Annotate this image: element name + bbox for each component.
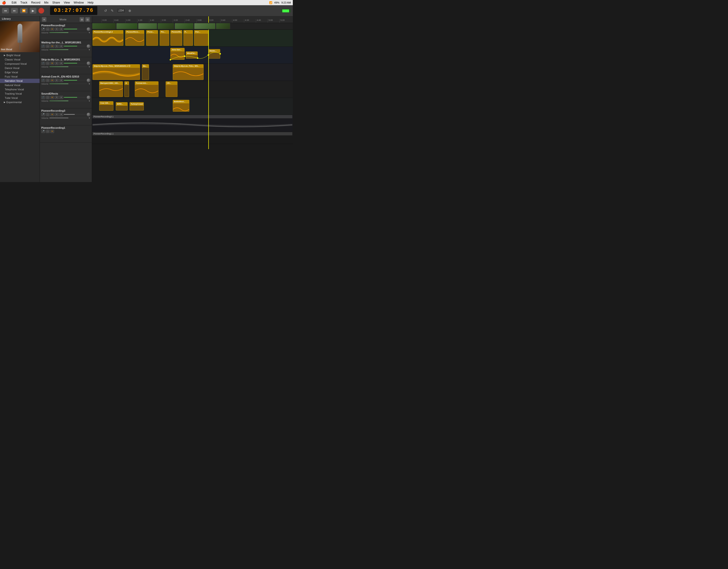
library-item-tracking-vocal[interactable]: Tracking Vocal [0, 92, 40, 96]
menu-track[interactable]: Track [20, 1, 28, 4]
track-volume-slider[interactable] [64, 80, 86, 81]
track-solo-button[interactable]: S [55, 45, 59, 48]
track-lane-3[interactable]: Skip-to-My-Lou_FULL_WSR1800201.1 ⓘ [92, 64, 293, 81]
library-item-experimental[interactable]: ▶ Experimental [0, 100, 40, 104]
menu-mix[interactable]: Mix [44, 1, 49, 4]
track-headphone-button[interactable]: 🎧 [46, 28, 50, 31]
menu-record[interactable]: Record [31, 1, 40, 4]
audio-clip[interactable]: BattleWest... [173, 100, 189, 112]
audio-clip[interactable]: P... [183, 30, 193, 46]
track-volume-slider[interactable] [64, 29, 86, 29]
track-headphone-button[interactable]: 🎧 [46, 45, 50, 48]
track-automation-button[interactable]: A [59, 28, 63, 31]
track-lane-1[interactable]: PioneerRecording2.2 Pi [92, 30, 293, 47]
track-lane-5[interactable]: Cow 100... BIRD... TurkeyCrowd S... Batt… [92, 98, 293, 115]
track-solo-button[interactable]: S [55, 113, 59, 116]
audio-clip[interactable]: A [124, 81, 129, 97]
track-headphone-button[interactable]: 🎧 [46, 96, 50, 99]
global-view-button[interactable]: ⊞ [79, 17, 84, 22]
track-volume-slider[interactable] [64, 114, 86, 115]
track-headphone-button[interactable]: 🎧 [46, 79, 50, 82]
add-track-button[interactable]: + [42, 17, 47, 22]
track-mute-button[interactable]: M [50, 130, 54, 133]
track-headphone-button[interactable]: 🎧 [46, 130, 50, 133]
menu-view[interactable]: View [64, 1, 70, 4]
audio-clip[interactable]: Jana-Gan... [170, 48, 185, 60]
vol-dropdown-arrow[interactable]: ▼ [88, 49, 90, 51]
track-lane-6[interactable]: PioneerRecording3.1 [92, 115, 293, 132]
pencil-button[interactable]: ✎ [110, 8, 115, 13]
audio-clip[interactable]: PioneerReco... [125, 30, 144, 46]
library-item-bright-vocal[interactable]: ▶ Bright Vocal [0, 53, 40, 57]
track-mute-button[interactable]: M [50, 113, 54, 116]
track-lane-2[interactable]: Jana-Gan... WindFld... [92, 47, 293, 64]
track-auto-button[interactable]: A [59, 113, 63, 116]
volume-bar[interactable] [49, 32, 87, 33]
audio-clip[interactable]: PioneerRe... [170, 30, 182, 46]
track-volume-slider[interactable] [64, 97, 86, 98]
volume-bar[interactable] [49, 66, 87, 67]
audio-clip[interactable]: Pio... [160, 30, 169, 46]
track-auto-button[interactable]: A [59, 62, 63, 65]
library-item-edge-vocal[interactable]: Edge Vocal [0, 70, 40, 74]
rewind-button[interactable]: ⏮ [2, 8, 9, 14]
play-button[interactable]: ▶ [30, 8, 37, 14]
track-mute-button[interactable]: M [50, 62, 54, 65]
track-solo-button[interactable]: S [55, 79, 59, 82]
track-solo-button[interactable]: S [55, 28, 59, 31]
track-volume-slider[interactable] [64, 46, 86, 46]
apple-menu[interactable]: 🍎 [2, 1, 6, 5]
audio-clip[interactable]: Ba... [142, 64, 149, 80]
audio-clip[interactable]: Formal-Intr... [135, 81, 159, 97]
vol-dropdown-arrow[interactable]: ▼ [88, 100, 90, 102]
audio-clip[interactable]: WindFld... [186, 51, 198, 59]
audio-clip[interactable]: Barnyard 6061_100... [99, 81, 123, 97]
menu-edit[interactable]: Edit [12, 1, 17, 4]
vol-dropdown-arrow[interactable]: ▼ [88, 83, 90, 85]
track-lane-4[interactable]: Barnyard 6061_100... A [92, 81, 293, 98]
track-auto-button[interactable]: A [59, 45, 63, 48]
library-item-compressed-vocal[interactable]: Compressed Vocal [0, 62, 40, 66]
audio-clip[interactable]: PioneerRecording2.2 [93, 30, 123, 46]
volume-bar[interactable] [49, 49, 87, 50]
volume-bar[interactable] [49, 118, 87, 118]
track-headphone-button[interactable]: 🎧 [46, 62, 50, 65]
library-item-classic-vocal[interactable]: Classic Vocal [0, 57, 40, 62]
global-settings-button[interactable]: ⊟ [85, 17, 90, 22]
library-item-natural-vocal[interactable]: Natural Vocal [0, 83, 40, 87]
loop-button[interactable]: ↺ [103, 8, 108, 13]
audio-clip[interactable]: Fior... [194, 30, 208, 46]
library-item-fuzz-vocal[interactable]: Fuzz Vocal [0, 74, 40, 79]
track-lane-7[interactable]: PioneerRecording1.1 [92, 132, 293, 144]
fastforward-button[interactable]: ⏭ [11, 8, 18, 14]
audio-clip[interactable]: Skip-to-My-Lou_FULL_WSR1800201.1 ⓘ [93, 64, 140, 80]
volume-bar[interactable] [49, 101, 87, 101]
audio-clip[interactable]: TurkeyCrowd S... [130, 102, 144, 111]
menu-window[interactable]: Window [74, 1, 84, 4]
track-auto-button[interactable]: A [59, 79, 63, 82]
track-mute-button[interactable]: M [50, 96, 54, 99]
library-item-narration-vocal[interactable]: Narration Vocal [0, 79, 40, 83]
library-item-tube-vocal[interactable]: Tube Vocal [0, 96, 40, 100]
track-pan-knob[interactable] [87, 44, 90, 48]
library-item-dance-vocal[interactable]: Dance Vocal [0, 66, 40, 70]
track-headphone-button[interactable]: 🎧 [46, 113, 50, 116]
track-mute-button[interactable]: M [50, 28, 54, 31]
track-mute-button[interactable]: M [50, 79, 54, 82]
library-item-telephone-vocal[interactable]: Telephone Vocal [0, 87, 40, 92]
audio-clip[interactable]: BIRD... [116, 102, 128, 111]
vol-dropdown-arrow[interactable]: ▼ [88, 117, 90, 119]
menu-share[interactable]: Share [52, 1, 60, 4]
audio-clip[interactable]: Waitin... [208, 49, 220, 59]
vol-dropdown-arrow[interactable]: ▼ [88, 32, 90, 34]
audio-clip[interactable]: Skip-to-My-Lou_FULL_WS... [173, 64, 204, 80]
audio-clip[interactable]: CR... [166, 81, 177, 97]
track-pan-knob[interactable] [87, 79, 90, 82]
record-button[interactable] [38, 8, 44, 14]
volume-bar[interactable] [49, 84, 87, 84]
menu-help[interactable]: Help [88, 1, 93, 4]
vol-dropdown-arrow[interactable]: ▼ [88, 66, 90, 68]
track-pan-knob[interactable] [87, 27, 90, 31]
back-button[interactable]: ⏪ [20, 8, 28, 14]
track-pan-knob[interactable] [87, 61, 90, 65]
